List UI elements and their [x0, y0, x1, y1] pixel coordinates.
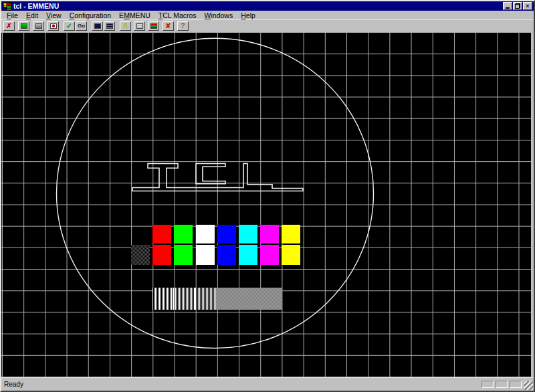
- title-bar[interactable]: tcl - EMMENU ×: [1, 1, 534, 11]
- rgb-palette-icon: [150, 23, 157, 29]
- viewport-list-icon: [106, 23, 113, 29]
- flag-button[interactable]: [47, 21, 59, 31]
- color-swatch-row-1-3: [217, 225, 236, 243]
- app-window: tcl - EMMENU × File Edit View Configurat…: [0, 0, 535, 392]
- beam-icon: Λ: [123, 23, 128, 29]
- window-title: tcl - EMMENU: [13, 1, 502, 11]
- acquire-button[interactable]: [18, 21, 29, 31]
- close-button[interactable]: ×: [523, 2, 532, 10]
- verify-icon: ✓: [66, 23, 72, 29]
- color-swatch-row-1-5: [260, 225, 279, 243]
- menu-item-help[interactable]: Help: [237, 11, 259, 19]
- camera-button[interactable]: [33, 21, 44, 31]
- menu-item-configuration[interactable]: Configuration: [66, 11, 115, 19]
- menu-bar: File Edit View Configuration EMMENU TCL …: [1, 11, 534, 19]
- color-swatch-row-2-7: [282, 245, 300, 265]
- viewport-list-button[interactable]: [104, 21, 115, 31]
- disabled-tool-icon: [136, 23, 143, 29]
- abort-icon: ✘: [165, 23, 171, 29]
- resolution-strip: [152, 288, 282, 310]
- minimize-icon: [506, 7, 510, 9]
- rgb-palette-button[interactable]: [148, 21, 159, 31]
- color-swatch-row-2-3: [196, 245, 215, 265]
- menu-item-file[interactable]: File: [3, 11, 22, 19]
- exit-icon: ✗: [6, 23, 11, 29]
- help-icon: ?: [181, 23, 185, 29]
- status-pane-1: [481, 381, 494, 388]
- restore-button[interactable]: [513, 2, 522, 10]
- help-button[interactable]: ?: [177, 21, 189, 31]
- verify-button[interactable]: ✓: [64, 21, 75, 31]
- color-swatch-row-2-5: [239, 245, 257, 265]
- go-button[interactable]: Go: [76, 21, 87, 31]
- disabled-tool-button[interactable]: [134, 21, 145, 31]
- test-pattern-svg: [1, 32, 531, 377]
- minimize-button[interactable]: [503, 2, 512, 10]
- stripe-separator: [173, 288, 175, 310]
- menu-item-edit[interactable]: Edit: [22, 11, 42, 19]
- exit-button[interactable]: ✗: [3, 21, 15, 31]
- test-pattern-area[interactable]: [1, 32, 531, 377]
- tcl-logo: [132, 163, 303, 191]
- go-icon: Go: [78, 23, 85, 29]
- color-swatch-row-2-6: [260, 245, 279, 265]
- viewport-icon: [94, 23, 101, 29]
- resolution-stripes: [152, 288, 216, 310]
- color-swatch-row-1-4: [239, 225, 257, 243]
- color-swatch-row-1-0: [152, 225, 171, 243]
- camera-icon: [35, 23, 42, 29]
- resolution-gray-block: [216, 288, 282, 310]
- color-swatch-row-1-6: [282, 225, 300, 243]
- status-pane-3: [510, 381, 522, 388]
- menu-item-emmenu[interactable]: EMMENU: [115, 11, 154, 19]
- color-swatch-row-1-1: [174, 225, 193, 243]
- resize-grip[interactable]: [524, 381, 533, 390]
- menu-item-windows[interactable]: Windows: [201, 11, 237, 19]
- stripe-separator: [195, 288, 196, 310]
- acquire-icon: [21, 23, 27, 29]
- toolbar: ✗✓GoΛ✘?: [1, 19, 534, 32]
- color-swatch-row-2-4: [217, 245, 236, 265]
- color-swatch-row-2-0: [131, 245, 150, 265]
- color-swatch-row-1-2: [196, 225, 215, 243]
- menu-item-view[interactable]: View: [42, 11, 66, 19]
- status-pane-2: [496, 381, 508, 388]
- abort-button[interactable]: ✘: [163, 21, 174, 31]
- flag-icon: [50, 23, 57, 29]
- menu-item-tcl-macros[interactable]: TCL Macros: [154, 11, 201, 19]
- color-swatch-row-2-2: [174, 245, 193, 265]
- beam-button[interactable]: Λ: [120, 21, 131, 31]
- status-text: Ready: [4, 379, 479, 389]
- close-icon: ×: [526, 3, 529, 9]
- app-icon[interactable]: [3, 2, 11, 11]
- viewport-button[interactable]: [92, 21, 103, 31]
- status-bar: Ready: [1, 377, 534, 391]
- color-swatch-row-2-1: [152, 245, 171, 265]
- restore-icon: [515, 3, 520, 9]
